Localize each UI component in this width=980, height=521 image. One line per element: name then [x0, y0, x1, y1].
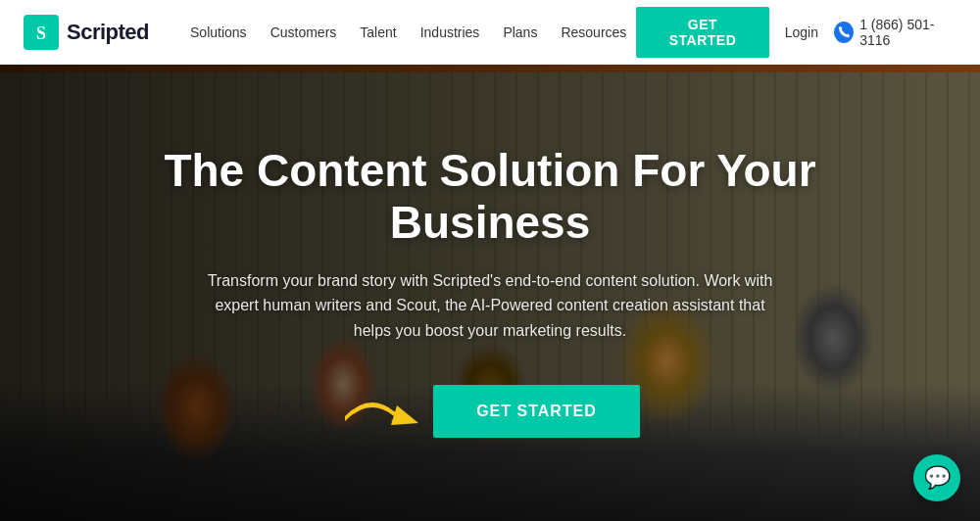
nav-get-started-button[interactable]: GET STARTED	[636, 7, 768, 58]
phone-icon	[834, 22, 854, 43]
nav-solutions[interactable]: Solutions	[180, 19, 257, 46]
navbar: S Scripted Solutions Customers Talent In…	[0, 0, 980, 65]
nav-customers[interactable]: Customers	[261, 19, 347, 46]
hero-cta-row: GET STARTED	[340, 382, 640, 441]
nav-talent[interactable]: Talent	[350, 19, 406, 46]
nav-right: GET STARTED Login 1 (866) 501-3116	[636, 7, 956, 58]
phone-number: 1 (866) 501-3116	[859, 17, 956, 48]
hero-content: The Content Solution For Your Business T…	[0, 65, 980, 521]
hero-get-started-button[interactable]: GET STARTED	[433, 385, 640, 438]
logo-link[interactable]: S Scripted	[24, 15, 149, 50]
nav-plans[interactable]: Plans	[493, 19, 547, 46]
hero-section: The Content Solution For Your Business T…	[0, 65, 980, 521]
nav-resources[interactable]: Resources	[551, 19, 636, 46]
nav-phone[interactable]: 1 (866) 501-3116	[834, 17, 956, 48]
scripted-logo-icon: S	[24, 15, 59, 50]
hero-title: The Content Solution For Your Business	[88, 145, 892, 249]
arrow-icon	[340, 382, 438, 441]
nav-industries[interactable]: Industries	[411, 19, 490, 46]
logo-text: Scripted	[67, 20, 149, 45]
nav-links: Solutions Customers Talent Industries Pl…	[180, 19, 636, 46]
chat-icon: 💬	[924, 465, 951, 491]
chat-bubble-button[interactable]: 💬	[913, 454, 960, 501]
svg-text:S: S	[36, 24, 46, 43]
nav-login-link[interactable]: Login	[785, 24, 818, 40]
hero-subtitle: Transform your brand story with Scripted…	[206, 268, 774, 344]
